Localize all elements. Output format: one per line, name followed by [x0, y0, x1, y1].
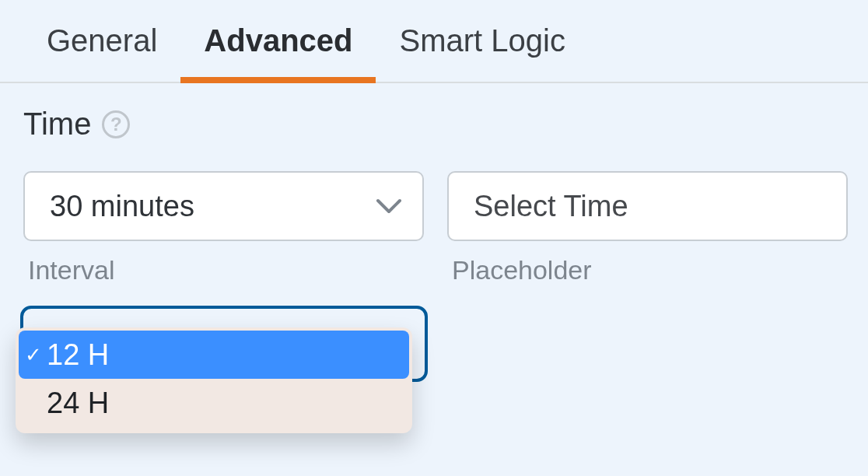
section-title: Time	[23, 107, 91, 142]
dropdown-option-12h-label: 12 H	[47, 338, 109, 372]
dropdown-option-24h-label: 24 H	[47, 387, 109, 420]
chevron-down-icon	[376, 193, 402, 219]
placeholder-input-value: Select Time	[474, 190, 628, 223]
tabs-bar: General Advanced Smart Logic	[0, 0, 868, 83]
tab-general[interactable]: General	[23, 0, 180, 82]
interval-column: 30 minutes Interval ✓ 12 H 24 H	[23, 171, 424, 310]
help-icon[interactable]: ?	[102, 110, 130, 138]
placeholder-column: Select Time Placeholder	[447, 171, 848, 310]
dropdown-option-24h[interactable]: 24 H	[19, 379, 409, 427]
format-dropdown: ✓ 12 H 24 H	[16, 327, 412, 433]
check-icon: ✓	[25, 343, 42, 367]
tab-advanced[interactable]: Advanced	[180, 0, 376, 82]
section-header: Time ?	[23, 107, 845, 142]
controls-row: 30 minutes Interval ✓ 12 H 24 H	[23, 171, 845, 310]
time-section: Time ? 30 minutes Interval ✓ 12 H	[0, 83, 868, 310]
interval-select-value: 30 minutes	[50, 190, 194, 223]
placeholder-label: Placeholder	[447, 255, 848, 285]
placeholder-input[interactable]: Select Time	[447, 171, 848, 241]
tab-smart-logic[interactable]: Smart Logic	[376, 0, 588, 82]
interval-select[interactable]: 30 minutes	[23, 171, 424, 241]
interval-label: Interval	[23, 255, 424, 285]
dropdown-option-12h[interactable]: ✓ 12 H	[19, 331, 409, 379]
